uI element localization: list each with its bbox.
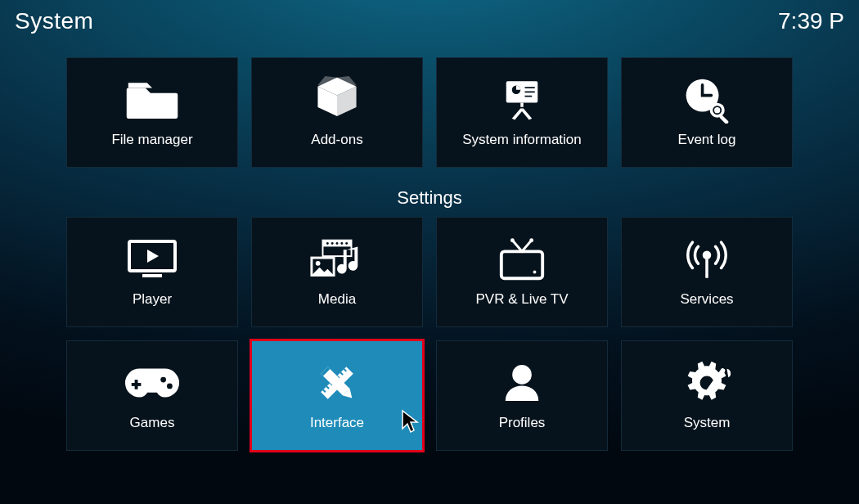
tile-label: Event log bbox=[678, 132, 736, 148]
svg-rect-9 bbox=[719, 115, 729, 124]
tile-player[interactable]: Player bbox=[66, 217, 238, 327]
tile-label: Games bbox=[130, 415, 175, 431]
tile-event-log[interactable]: Event log bbox=[621, 57, 793, 168]
svg-point-15 bbox=[331, 242, 334, 245]
svg-rect-2 bbox=[525, 87, 535, 88]
folder-icon bbox=[124, 77, 181, 122]
svg-rect-28 bbox=[132, 383, 142, 386]
tile-services[interactable]: Services bbox=[621, 217, 793, 327]
gear-tools-icon bbox=[678, 360, 735, 405]
svg-point-30 bbox=[167, 383, 173, 389]
svg-rect-11 bbox=[142, 274, 162, 277]
tile-label: System information bbox=[462, 132, 582, 148]
tile-label: Player bbox=[133, 291, 172, 308]
user-icon bbox=[493, 360, 551, 405]
tile-system-information[interactable]: System information bbox=[436, 57, 608, 168]
tile-label: Services bbox=[680, 291, 733, 308]
broadcast-icon bbox=[678, 236, 735, 281]
tile-label: PVR & Live TV bbox=[475, 291, 568, 308]
svg-point-14 bbox=[326, 242, 329, 245]
media-library-icon bbox=[308, 236, 366, 281]
tile-pvr[interactable]: PVR & Live TV bbox=[436, 217, 608, 327]
svg-point-29 bbox=[160, 376, 166, 382]
tile-label: System bbox=[684, 415, 731, 431]
tile-system[interactable]: System bbox=[621, 340, 793, 451]
svg-point-18 bbox=[345, 242, 348, 245]
svg-point-17 bbox=[340, 242, 343, 245]
tile-profiles[interactable]: Profiles bbox=[436, 340, 608, 451]
tile-label: Media bbox=[318, 291, 356, 308]
gamepad-icon bbox=[124, 360, 181, 405]
svg-rect-4 bbox=[525, 95, 533, 97]
tile-media[interactable]: Media bbox=[251, 217, 423, 327]
svg-rect-3 bbox=[525, 91, 535, 92]
clock-search-icon bbox=[678, 77, 735, 122]
monitor-play-icon bbox=[124, 236, 181, 281]
section-label-settings: Settings bbox=[0, 187, 859, 209]
svg-point-34 bbox=[512, 365, 532, 385]
svg-point-8 bbox=[714, 107, 720, 113]
tv-antenna-icon bbox=[493, 236, 551, 281]
svg-point-20 bbox=[316, 260, 321, 265]
svg-point-22 bbox=[529, 238, 533, 242]
svg-point-21 bbox=[510, 238, 515, 242]
svg-rect-26 bbox=[705, 259, 708, 278]
tile-add-ons[interactable]: Add-ons bbox=[251, 57, 423, 168]
page-title: System bbox=[15, 8, 93, 34]
tile-games[interactable]: Games bbox=[66, 340, 238, 451]
presentation-chart-icon bbox=[493, 77, 551, 122]
tile-label: Profiles bbox=[499, 415, 546, 431]
open-box-icon bbox=[308, 77, 366, 122]
tile-interface[interactable]: Interface bbox=[250, 339, 425, 452]
svg-point-24 bbox=[533, 270, 537, 273]
clock: 7:39 P bbox=[778, 8, 844, 34]
tile-file-manager[interactable]: File manager bbox=[66, 57, 238, 168]
pencil-ruler-icon bbox=[308, 360, 366, 405]
tile-label: Add-ons bbox=[311, 132, 362, 148]
svg-point-16 bbox=[336, 242, 339, 245]
tile-label: Interface bbox=[310, 415, 364, 431]
svg-point-25 bbox=[703, 250, 712, 259]
tile-label: File manager bbox=[111, 132, 192, 148]
svg-rect-23 bbox=[501, 251, 542, 278]
